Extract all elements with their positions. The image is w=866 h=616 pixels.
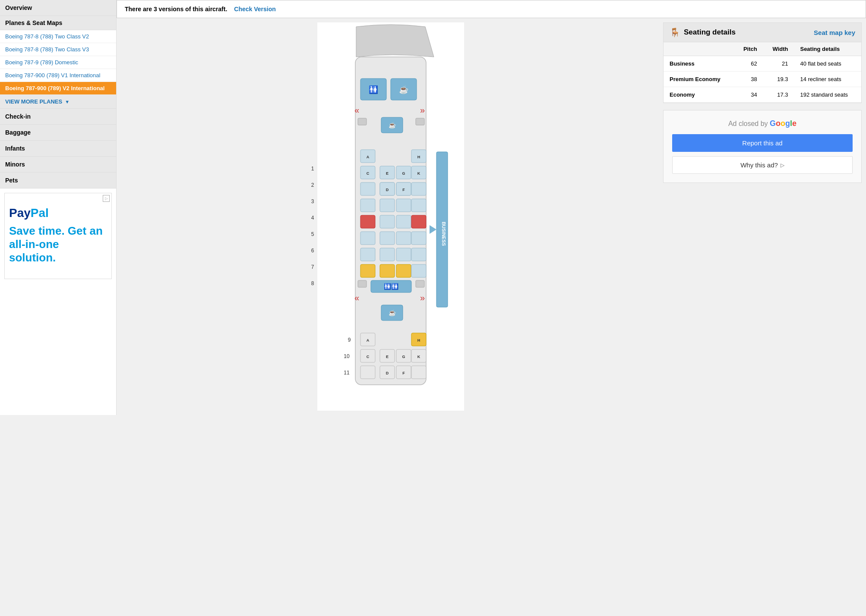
table-header-row: Pitch Width Seating details (664, 42, 861, 56)
svg-text:☕: ☕ (399, 85, 409, 94)
svg-rect-46 (411, 248, 426, 261)
svg-text:H: H (417, 338, 420, 343)
svg-rect-26 (411, 182, 426, 195)
width-economy: 17.3 (763, 87, 794, 103)
svg-rect-41 (396, 232, 411, 245)
sidebar-link-v3[interactable]: Boeing 787-8 (788) Two Class V3 (0, 43, 116, 56)
svg-text:»: » (420, 105, 425, 115)
svg-rect-35 (360, 215, 375, 228)
row-num-1: 1 (311, 160, 316, 177)
ad-indicator-icon[interactable]: ▷ (103, 195, 110, 202)
sidebar-link-v1-intl[interactable]: Boeing 787-900 (789) V1 International (0, 69, 116, 82)
col-pitch: Pitch (734, 42, 763, 56)
svg-rect-9 (358, 118, 367, 125)
seating-details-label: Seating details (684, 28, 736, 37)
svg-rect-43 (360, 248, 375, 261)
report-ad-button[interactable]: Report this ad (672, 134, 853, 152)
svg-rect-79 (411, 366, 426, 379)
sidebar-link-domestic[interactable]: Boeing 787-9 (789) Domestic (0, 56, 116, 69)
svg-text:🚻: 🚻 (369, 85, 379, 94)
sidebar-item-pets[interactable]: Pets (0, 173, 116, 189)
svg-rect-44 (380, 248, 395, 261)
svg-rect-32 (380, 199, 395, 212)
why-ad-button[interactable]: Why this ad? ▷ (672, 156, 853, 174)
row-num-2: 2 (311, 177, 316, 193)
table-row: Economy 34 17.3 192 standard seats (664, 87, 861, 103)
sidebar-item-checkin[interactable]: Check-in (0, 109, 116, 125)
svg-text:H: H (417, 155, 420, 159)
svg-text:🚻🚻: 🚻🚻 (384, 283, 399, 290)
svg-rect-50 (411, 264, 426, 277)
col-class (664, 42, 734, 56)
svg-text:»: » (420, 293, 425, 302)
seating-table: Pitch Width Seating details Business 62 … (664, 42, 861, 103)
svg-rect-49 (396, 264, 411, 277)
seating-details-box: 🪑 Seating details Seat map key Pitch Wid… (663, 22, 862, 103)
sidebar-advertisement: ▷ PayPal Save time. Get an all-in-one so… (4, 193, 112, 279)
seat-map-key-link[interactable]: Seat map key (814, 29, 855, 36)
sidebar-item-minors[interactable]: Minors (0, 157, 116, 173)
svg-text:F: F (403, 371, 405, 375)
sidebar-overview[interactable]: Overview (0, 0, 116, 16)
seating-details-header: 🪑 Seating details Seat map key (664, 23, 861, 42)
svg-rect-10 (416, 118, 424, 125)
svg-text:K: K (417, 355, 420, 359)
sidebar-link-v2[interactable]: Boeing 787-8 (788) Two Class V2 (0, 30, 116, 43)
svg-rect-52 (416, 280, 424, 287)
google-logo: Google (770, 120, 796, 127)
svg-text:D: D (386, 371, 389, 375)
class-business: Business (664, 56, 734, 72)
svg-text:E: E (386, 355, 389, 359)
col-details: Seating details (794, 42, 861, 56)
svg-rect-48 (380, 264, 395, 277)
svg-text:☕: ☕ (389, 309, 396, 317)
svg-rect-40 (380, 232, 395, 245)
check-version-link[interactable]: Check Version (234, 6, 276, 13)
svg-rect-33 (396, 199, 411, 212)
row-num-7: 7 (311, 259, 316, 275)
details-economy: 192 standard seats (794, 87, 861, 103)
svg-text:BUSINESS: BUSINESS (441, 222, 446, 246)
svg-text:A: A (367, 155, 370, 159)
view-more-planes[interactable]: VIEW MORE PLANES ▼ (0, 95, 116, 109)
svg-marker-59 (430, 225, 436, 234)
sidebar-item-baggage[interactable]: Baggage (0, 125, 116, 141)
seat-map-container: 1 2 3 4 5 6 7 8 (117, 18, 659, 415)
middle-section: 1 2 3 4 5 6 7 8 (117, 18, 866, 415)
svg-text:D: D (386, 188, 389, 192)
sidebar-link-v2-intl[interactable]: Boeing 787-900 (789) V2 International (0, 82, 116, 95)
svg-text:C: C (367, 355, 370, 359)
table-row: Business 62 21 40 flat bed seats (664, 56, 861, 72)
svg-text:9: 9 (348, 337, 351, 343)
svg-text:K: K (417, 171, 420, 176)
row-num-4: 4 (311, 210, 316, 226)
svg-rect-39 (360, 232, 375, 245)
version-text: There are 3 versions of this aircraft. (125, 6, 227, 13)
ad-closed-panel: Ad closed by Google Report this ad Why t… (663, 110, 862, 183)
ad-closed-text: Ad closed by Google (672, 119, 853, 128)
svg-rect-36 (380, 215, 395, 228)
row-num-3: 3 (311, 193, 316, 210)
details-premium: 14 recliner seats (794, 72, 861, 87)
pitch-premium: 38 (734, 72, 763, 87)
svg-text:C: C (367, 171, 370, 176)
right-panel: 🪑 Seating details Seat map key Pitch Wid… (659, 18, 866, 415)
width-business: 21 (763, 56, 794, 72)
ad-closed-label: Ad closed by (728, 120, 768, 127)
row-num-6: 6 (311, 242, 316, 259)
sidebar-item-infants[interactable]: Infants (0, 141, 116, 157)
svg-text:F: F (403, 188, 405, 192)
row-num-5: 5 (311, 226, 316, 242)
table-row: Premium Economy 38 19.3 14 recliner seat… (664, 72, 861, 87)
svg-rect-45 (396, 248, 411, 261)
sidebar: Overview Planes & Seat Maps Boeing 787-8… (0, 0, 117, 415)
pitch-business: 62 (734, 56, 763, 72)
width-premium: 19.3 (763, 72, 794, 87)
class-premium: Premium Economy (664, 72, 734, 87)
svg-rect-51 (358, 280, 367, 287)
svg-rect-37 (396, 215, 411, 228)
details-business: 40 flat bed seats (794, 56, 861, 72)
view-more-planes-label: VIEW MORE PLANES (5, 98, 62, 105)
svg-text:G: G (402, 355, 405, 359)
svg-text:G: G (402, 171, 405, 176)
